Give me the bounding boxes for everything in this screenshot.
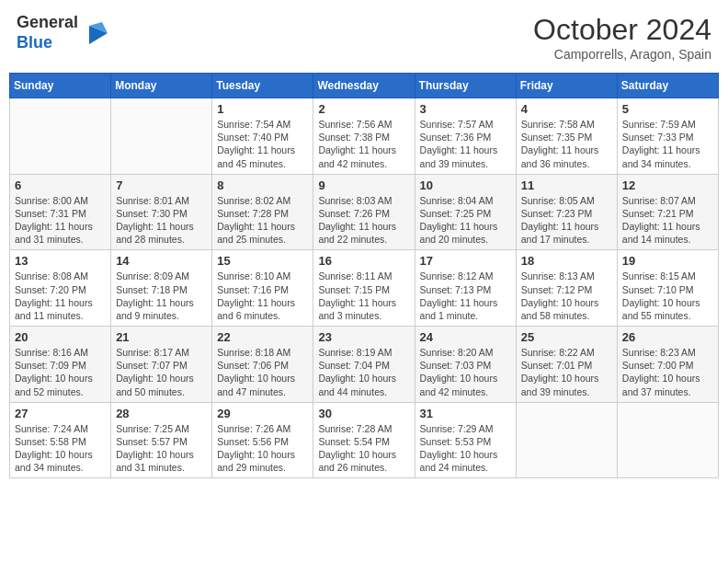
day-number: 22 (217, 330, 308, 344)
day-number: 20 (15, 330, 106, 344)
weekday-header-saturday: Saturday (617, 74, 718, 98)
day-number: 18 (521, 254, 612, 268)
day-info: Sunrise: 7:29 AMSunset: 5:53 PMDaylight:… (420, 422, 511, 475)
day-number: 1 (217, 102, 308, 116)
day-number: 19 (622, 254, 713, 268)
calendar-cell: 20Sunrise: 8:16 AMSunset: 7:09 PMDayligh… (10, 327, 111, 403)
day-number: 24 (420, 330, 511, 344)
calendar-cell: 6Sunrise: 8:00 AMSunset: 7:31 PMDaylight… (10, 174, 111, 250)
day-info: Sunrise: 8:16 AMSunset: 7:09 PMDaylight:… (15, 346, 106, 398)
weekday-header-wednesday: Wednesday (313, 74, 415, 98)
day-number: 23 (318, 330, 409, 344)
calendar-cell: 7Sunrise: 8:01 AMSunset: 7:30 PMDaylight… (111, 174, 212, 250)
calendar-cell: 17Sunrise: 8:12 AMSunset: 7:13 PMDayligh… (415, 250, 516, 327)
calendar-cell: 26Sunrise: 8:23 AMSunset: 7:00 PMDayligh… (617, 327, 718, 403)
calendar-cell: 29Sunrise: 7:26 AMSunset: 5:56 PMDayligh… (212, 402, 313, 478)
day-info: Sunrise: 8:03 AMSunset: 7:26 PMDaylight:… (318, 194, 409, 247)
day-info: Sunrise: 7:58 AMSunset: 7:35 PMDaylight:… (521, 118, 612, 170)
day-number: 13 (15, 254, 106, 268)
day-number: 8 (217, 178, 308, 192)
calendar-cell (10, 98, 111, 175)
calendar-cell: 23Sunrise: 8:19 AMSunset: 7:04 PMDayligh… (313, 327, 415, 403)
day-info: Sunrise: 7:57 AMSunset: 7:36 PMDaylight:… (420, 118, 511, 170)
calendar-cell: 5Sunrise: 7:59 AMSunset: 7:33 PMDaylight… (617, 98, 718, 175)
day-info: Sunrise: 8:19 AMSunset: 7:04 PMDaylight:… (318, 346, 409, 398)
day-number: 27 (15, 407, 106, 420)
day-number: 14 (116, 254, 207, 268)
logo-icon (82, 18, 111, 48)
day-info: Sunrise: 8:01 AMSunset: 7:30 PMDaylight:… (116, 194, 207, 247)
calendar-cell: 18Sunrise: 8:13 AMSunset: 7:12 PMDayligh… (516, 250, 617, 327)
day-info: Sunrise: 8:23 AMSunset: 7:00 PMDaylight:… (622, 346, 713, 398)
day-number: 26 (622, 330, 713, 344)
location-subtitle: Camporrells, Aragon, Spain (533, 47, 711, 62)
day-number: 2 (318, 102, 409, 116)
day-info: Sunrise: 8:18 AMSunset: 7:06 PMDaylight:… (217, 346, 308, 398)
calendar-cell: 19Sunrise: 8:15 AMSunset: 7:10 PMDayligh… (617, 250, 718, 327)
calendar-cell: 25Sunrise: 8:22 AMSunset: 7:01 PMDayligh… (516, 327, 617, 403)
day-number: 10 (420, 178, 511, 192)
calendar-cell: 30Sunrise: 7:28 AMSunset: 5:54 PMDayligh… (313, 402, 415, 478)
day-info: Sunrise: 8:11 AMSunset: 7:15 PMDaylight:… (318, 270, 409, 322)
day-info: Sunrise: 8:09 AMSunset: 7:18 PMDaylight:… (116, 270, 207, 322)
day-info: Sunrise: 8:13 AMSunset: 7:12 PMDaylight:… (521, 270, 612, 322)
day-number: 21 (116, 330, 207, 344)
weekday-header-monday: Monday (111, 74, 212, 98)
calendar-cell (111, 98, 212, 175)
calendar-cell: 16Sunrise: 8:11 AMSunset: 7:15 PMDayligh… (313, 250, 415, 327)
day-info: Sunrise: 7:28 AMSunset: 5:54 PMDaylight:… (318, 422, 409, 475)
day-number: 9 (318, 178, 409, 192)
day-info: Sunrise: 8:02 AMSunset: 7:28 PMDaylight:… (217, 194, 308, 247)
logo: General Blue (17, 13, 111, 52)
day-info: Sunrise: 7:24 AMSunset: 5:58 PMDaylight:… (15, 422, 106, 475)
calendar-cell: 28Sunrise: 7:25 AMSunset: 5:57 PMDayligh… (111, 402, 212, 478)
day-info: Sunrise: 8:15 AMSunset: 7:10 PMDaylight:… (622, 270, 713, 322)
calendar-cell: 22Sunrise: 8:18 AMSunset: 7:06 PMDayligh… (212, 327, 313, 403)
day-number: 25 (521, 330, 612, 344)
day-number: 15 (217, 254, 308, 268)
day-number: 17 (420, 254, 511, 268)
calendar-header: SundayMondayTuesdayWednesdayThursdayFrid… (10, 74, 719, 98)
day-info: Sunrise: 8:08 AMSunset: 7:20 PMDaylight:… (15, 270, 106, 322)
calendar-week-row: 13Sunrise: 8:08 AMSunset: 7:20 PMDayligh… (10, 250, 719, 327)
day-info: Sunrise: 8:17 AMSunset: 7:07 PMDaylight:… (116, 346, 207, 398)
title-block: October 2024 Camporrells, Aragon, Spain (533, 13, 711, 62)
weekday-header-row: SundayMondayTuesdayWednesdayThursdayFrid… (10, 74, 719, 98)
calendar-week-row: 27Sunrise: 7:24 AMSunset: 5:58 PMDayligh… (10, 402, 719, 478)
day-info: Sunrise: 7:54 AMSunset: 7:40 PMDaylight:… (217, 118, 308, 170)
day-number: 30 (318, 407, 409, 420)
day-info: Sunrise: 8:20 AMSunset: 7:03 PMDaylight:… (420, 346, 511, 398)
calendar-week-row: 20Sunrise: 8:16 AMSunset: 7:09 PMDayligh… (10, 327, 719, 403)
calendar-cell (617, 402, 718, 478)
calendar-cell (516, 402, 617, 478)
weekday-header-sunday: Sunday (10, 74, 111, 98)
day-info: Sunrise: 8:10 AMSunset: 7:16 PMDaylight:… (217, 270, 308, 322)
calendar-week-row: 6Sunrise: 8:00 AMSunset: 7:31 PMDaylight… (10, 174, 719, 250)
weekday-header-thursday: Thursday (415, 74, 516, 98)
day-info: Sunrise: 8:04 AMSunset: 7:25 PMDaylight:… (420, 194, 511, 247)
calendar-cell: 2Sunrise: 7:56 AMSunset: 7:38 PMDaylight… (313, 98, 415, 175)
day-number: 6 (15, 178, 106, 192)
calendar-table: SundayMondayTuesdayWednesdayThursdayFrid… (9, 73, 719, 478)
calendar-cell: 11Sunrise: 8:05 AMSunset: 7:23 PMDayligh… (516, 174, 617, 250)
calendar-body: 1Sunrise: 7:54 AMSunset: 7:40 PMDaylight… (10, 98, 719, 478)
day-info: Sunrise: 7:26 AMSunset: 5:56 PMDaylight:… (217, 422, 308, 475)
day-number: 31 (420, 407, 511, 420)
day-info: Sunrise: 8:22 AMSunset: 7:01 PMDaylight:… (521, 346, 612, 398)
calendar-cell: 14Sunrise: 8:09 AMSunset: 7:18 PMDayligh… (111, 250, 212, 327)
day-number: 11 (521, 178, 612, 192)
weekday-header-tuesday: Tuesday (212, 74, 313, 98)
weekday-header-friday: Friday (516, 74, 617, 98)
calendar-cell: 4Sunrise: 7:58 AMSunset: 7:35 PMDaylight… (516, 98, 617, 175)
day-info: Sunrise: 7:56 AMSunset: 7:38 PMDaylight:… (318, 118, 409, 170)
calendar-cell: 27Sunrise: 7:24 AMSunset: 5:58 PMDayligh… (10, 402, 111, 478)
day-number: 5 (622, 102, 713, 116)
page-header: General Blue October 2024 Camporrells, A… (9, 9, 719, 65)
day-number: 4 (521, 102, 612, 116)
calendar-cell: 3Sunrise: 7:57 AMSunset: 7:36 PMDaylight… (415, 98, 516, 175)
logo-text: General Blue (17, 13, 78, 52)
day-info: Sunrise: 7:25 AMSunset: 5:57 PMDaylight:… (116, 422, 207, 475)
calendar-cell: 9Sunrise: 8:03 AMSunset: 7:26 PMDaylight… (313, 174, 415, 250)
day-number: 16 (318, 254, 409, 268)
day-info: Sunrise: 8:07 AMSunset: 7:21 PMDaylight:… (622, 194, 713, 247)
